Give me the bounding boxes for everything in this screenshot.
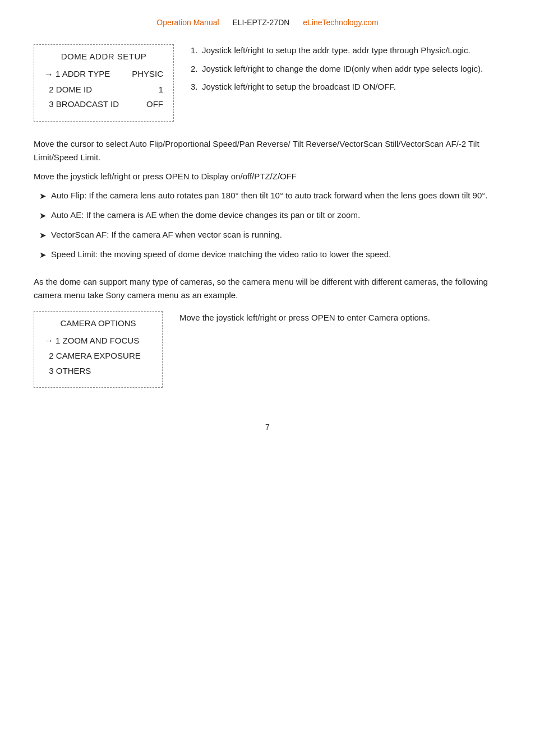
bullet-item-4: ➤ Speed Limit: the moving speed of dome … bbox=[39, 248, 501, 262]
bullet-arrow-2: ➤ bbox=[39, 209, 47, 222]
num-2: 2. bbox=[191, 63, 200, 76]
body-para-1: Move the cursor to select Auto Flip/Prop… bbox=[34, 137, 501, 164]
num-3: 3. bbox=[191, 81, 200, 94]
camera-options-box: CAMERA OPTIONS → 1 ZOOM AND FOCUS 2 CAME… bbox=[34, 311, 163, 388]
dome-addr-row1-label: 1 ADDR TYPE bbox=[56, 68, 110, 81]
arrow-icon-1: → bbox=[44, 68, 53, 81]
num-1: 1. bbox=[191, 44, 200, 57]
camera-layout: CAMERA OPTIONS → 1 ZOOM AND FOCUS 2 CAME… bbox=[34, 311, 501, 388]
header-site: eLineTechnology.com bbox=[303, 18, 378, 27]
bullet-item-3: ➤ VectorScan AF: If the camera AF when v… bbox=[39, 228, 501, 242]
numbered-instructions: 1. Joystick left/right to setup the addr… bbox=[191, 44, 501, 99]
bullet-arrow-1: ➤ bbox=[39, 189, 47, 203]
bullet-text-4: Speed Limit: the moving speed of dome de… bbox=[51, 248, 391, 262]
dome-addr-row2-value: 1 bbox=[159, 84, 163, 96]
bullet-arrow-4: ➤ bbox=[39, 248, 47, 262]
camera-box-row-1: → 1 ZOOM AND FOCUS bbox=[44, 334, 152, 347]
top-section: DOME ADDR SETUP → 1 ADDR TYPE PHYSIC 2 D… bbox=[34, 44, 501, 122]
dome-addr-row1-value: PHYSIC bbox=[132, 68, 163, 81]
bullet-item-1: ➤ Auto Flip: If the camera lens auto rot… bbox=[39, 189, 501, 203]
camera-section: As the dome can support many type of cam… bbox=[34, 275, 501, 388]
header-op-manual: Operation Manual bbox=[156, 18, 219, 27]
bullet-arrow-3: ➤ bbox=[39, 229, 47, 242]
body-para-2: Move the joystick left/right or press OP… bbox=[34, 170, 501, 183]
dome-addr-title: DOME ADDR SETUP bbox=[44, 50, 163, 63]
dome-addr-row-2: 2 DOME ID 1 bbox=[44, 84, 163, 96]
camera-row1-label: 1 ZOOM AND FOCUS bbox=[56, 335, 139, 347]
camera-intro-text: As the dome can support many type of cam… bbox=[34, 275, 501, 302]
dome-addr-row3-label: 3 BROADCAST ID bbox=[44, 98, 119, 111]
camera-row3-label: 3 OTHERS bbox=[44, 365, 91, 378]
camera-arrow-icon-1: → bbox=[44, 334, 53, 347]
bullet-item-2: ➤ Auto AE: If the camera is AE when the … bbox=[39, 208, 501, 222]
bullet-text-3: VectorScan AF: If the camera AF when vec… bbox=[51, 228, 282, 242]
num-2-text: Joystick left/right to change the dome I… bbox=[202, 63, 483, 76]
dome-addr-row-1: → 1 ADDR TYPE PHYSIC bbox=[44, 68, 163, 81]
dome-addr-row2-label: 2 DOME ID bbox=[44, 84, 92, 96]
camera-row2-label: 2 CAMERA EXPOSURE bbox=[44, 350, 141, 363]
camera-box-row-2: 2 CAMERA EXPOSURE bbox=[44, 350, 152, 363]
page-header: Operation Manual ELI-EPTZ-27DN eLineTech… bbox=[34, 17, 501, 29]
num-1-text: Joystick left/right to setup the addr ty… bbox=[202, 44, 471, 57]
bullet-text-2: Auto AE: If the camera is AE when the do… bbox=[51, 208, 360, 222]
dome-addr-row3-value: OFF bbox=[146, 98, 163, 111]
bullet-text-1: Auto Flip: If the camera lens auto rotat… bbox=[51, 189, 487, 203]
camera-options-title: CAMERA OPTIONS bbox=[44, 317, 152, 330]
page-number: 7 bbox=[34, 421, 501, 433]
bullet-list: ➤ Auto Flip: If the camera lens auto rot… bbox=[34, 189, 501, 262]
dome-addr-box: DOME ADDR SETUP → 1 ADDR TYPE PHYSIC 2 D… bbox=[34, 44, 174, 122]
numbered-item-1: 1. Joystick left/right to setup the addr… bbox=[191, 44, 501, 57]
dome-addr-row-3: 3 BROADCAST ID OFF bbox=[44, 98, 163, 111]
header-model: ELI-EPTZ-27DN bbox=[232, 18, 289, 27]
num-3-text: Joystick left/right to setup the broadca… bbox=[202, 81, 396, 94]
camera-note-text: Move the joystick left/right or press OP… bbox=[179, 311, 501, 324]
camera-box-row-3: 3 OTHERS bbox=[44, 365, 152, 378]
numbered-item-2: 2. Joystick left/right to change the dom… bbox=[191, 63, 501, 76]
numbered-item-3: 3. Joystick left/right to setup the broa… bbox=[191, 81, 501, 94]
